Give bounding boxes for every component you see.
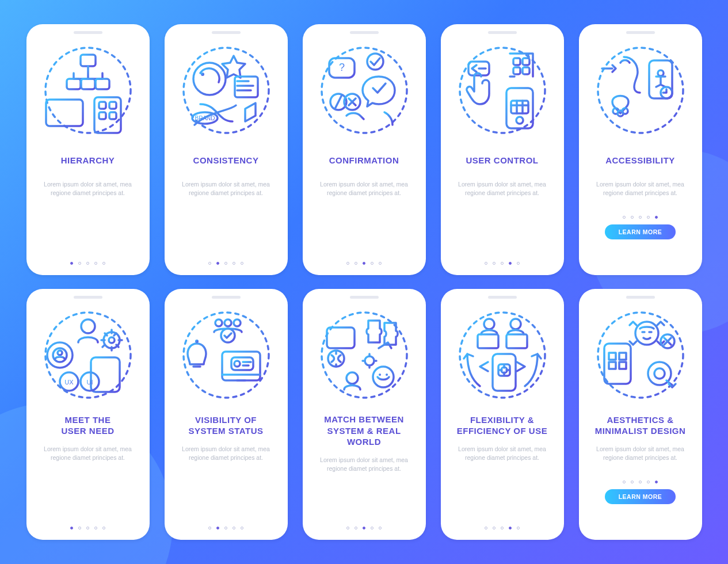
page-indicator bbox=[585, 208, 696, 219]
phone-notch bbox=[212, 31, 241, 34]
onboarding-card-0: HIERARCHY Lorem ipsum dolor sit amet, me… bbox=[26, 24, 150, 275]
page-dot[interactable] bbox=[639, 481, 642, 483]
page-dot[interactable] bbox=[517, 262, 520, 265]
card-title: MATCH BETWEEN SYSTEM & REAL WORLD bbox=[312, 414, 417, 448]
page-dot[interactable] bbox=[232, 262, 235, 265]
page-dot[interactable] bbox=[647, 216, 650, 219]
page-dot[interactable] bbox=[379, 527, 382, 529]
card-illustration bbox=[32, 303, 144, 407]
page-dot[interactable] bbox=[86, 527, 89, 529]
page-dot[interactable] bbox=[224, 527, 227, 529]
page-dot[interactable] bbox=[631, 481, 634, 483]
page-dot[interactable] bbox=[102, 262, 105, 265]
phone-notch bbox=[212, 296, 241, 299]
page-dot[interactable] bbox=[102, 527, 105, 529]
page-dot[interactable] bbox=[647, 481, 650, 483]
page-dot[interactable] bbox=[208, 262, 211, 265]
page-indicator bbox=[32, 254, 144, 265]
page-indicator bbox=[585, 472, 696, 483]
learn-more-button[interactable]: LEARN MORE bbox=[605, 224, 676, 239]
page-dot[interactable] bbox=[241, 262, 243, 265]
page-dot[interactable] bbox=[485, 527, 487, 529]
page-dot[interactable] bbox=[371, 527, 373, 529]
page-dot[interactable] bbox=[493, 262, 496, 265]
card-illustration bbox=[447, 39, 558, 142]
onboarding-card-9: AESTHETICS & MINIMALIST DESIGN Lorem ips… bbox=[579, 289, 702, 540]
page-indicator bbox=[447, 254, 558, 265]
page-dot[interactable] bbox=[493, 527, 496, 529]
card-description: Lorem ipsum dolor sit amet, mea regione … bbox=[455, 445, 550, 462]
page-dot[interactable] bbox=[70, 527, 73, 529]
onboarding-card-6: VISIBILITY OF SYSTEM STATUS Lorem ipsum … bbox=[165, 289, 288, 540]
phone-notch bbox=[350, 31, 379, 34]
page-indicator bbox=[170, 254, 282, 265]
onboarding-card-5: MEET THE USER NEED Lorem ipsum dolor sit… bbox=[26, 289, 150, 540]
page-dot[interactable] bbox=[241, 527, 243, 529]
page-dot[interactable] bbox=[94, 527, 97, 529]
card-illustration bbox=[447, 303, 558, 407]
page-dot[interactable] bbox=[86, 262, 89, 265]
phone-notch bbox=[626, 296, 655, 299]
onboarding-card-3: USER CONTROL Lorem ipsum dolor sit amet,… bbox=[441, 24, 564, 275]
page-dot[interactable] bbox=[363, 262, 365, 265]
card-illustration bbox=[170, 39, 282, 142]
phone-notch bbox=[74, 296, 102, 299]
page-dot[interactable] bbox=[631, 216, 634, 219]
page-dot[interactable] bbox=[232, 527, 235, 529]
page-dot[interactable] bbox=[224, 262, 227, 265]
page-dot[interactable] bbox=[509, 527, 512, 529]
card-description: Lorem ipsum dolor sit amet, mea regione … bbox=[40, 445, 136, 462]
page-dot[interactable] bbox=[355, 527, 357, 529]
learn-more-button[interactable]: LEARN MORE bbox=[605, 489, 676, 504]
page-dot[interactable] bbox=[363, 527, 365, 529]
onboarding-card-8: FLEXIBILITY & EFFICIENCY OF USE Lorem ip… bbox=[441, 289, 564, 540]
page-dot[interactable] bbox=[94, 262, 97, 265]
page-dot[interactable] bbox=[216, 262, 219, 265]
card-illustration bbox=[585, 39, 696, 142]
page-dot[interactable] bbox=[78, 527, 81, 529]
page-dot[interactable] bbox=[355, 262, 357, 265]
page-dot[interactable] bbox=[346, 262, 349, 265]
page-dot[interactable] bbox=[623, 216, 626, 219]
page-indicator bbox=[447, 519, 558, 529]
page-dot[interactable] bbox=[655, 481, 658, 483]
page-dot[interactable] bbox=[371, 262, 373, 265]
card-description: Lorem ipsum dolor sit amet, mea regione … bbox=[317, 456, 412, 473]
page-indicator bbox=[308, 519, 420, 529]
card-description: Lorem ipsum dolor sit amet, mea regione … bbox=[455, 180, 550, 197]
page-dot[interactable] bbox=[208, 527, 211, 529]
onboarding-card-2: CONFIRMATION Lorem ipsum dolor sit amet,… bbox=[303, 24, 426, 275]
page-dot[interactable] bbox=[485, 262, 487, 265]
page-dot[interactable] bbox=[623, 481, 626, 483]
page-dot[interactable] bbox=[346, 527, 349, 529]
card-description: Lorem ipsum dolor sit amet, mea regione … bbox=[40, 180, 136, 197]
page-dot[interactable] bbox=[639, 216, 642, 219]
page-dot[interactable] bbox=[78, 262, 81, 265]
page-indicator bbox=[308, 254, 420, 265]
page-dot[interactable] bbox=[379, 262, 382, 265]
phone-notch bbox=[350, 296, 379, 299]
page-dot[interactable] bbox=[70, 262, 73, 265]
page-dot[interactable] bbox=[509, 262, 512, 265]
card-illustration bbox=[585, 303, 696, 407]
onboarding-card-7: MATCH BETWEEN SYSTEM & REAL WORLD Lorem … bbox=[303, 289, 426, 540]
card-description: Lorem ipsum dolor sit amet, mea regione … bbox=[593, 180, 688, 197]
card-title: CONFIRMATION bbox=[312, 149, 417, 172]
card-illustration bbox=[308, 303, 420, 407]
card-title: MEET THE USER NEED bbox=[36, 414, 140, 437]
card-title: FLEXIBILITY & EFFICIENCY OF USE bbox=[450, 414, 555, 437]
onboarding-grid: HIERARCHY Lorem ipsum dolor sit amet, me… bbox=[26, 24, 702, 540]
phone-notch bbox=[488, 296, 517, 299]
phone-notch bbox=[488, 31, 517, 34]
page-dot[interactable] bbox=[501, 527, 504, 529]
page-dot[interactable] bbox=[517, 527, 520, 529]
page-indicator bbox=[170, 519, 282, 529]
card-title: HIERARCHY bbox=[36, 149, 140, 172]
page-indicator bbox=[32, 519, 144, 529]
card-illustration bbox=[32, 39, 144, 142]
page-dot[interactable] bbox=[655, 216, 658, 219]
card-title: VISIBILITY OF SYSTEM STATUS bbox=[174, 414, 279, 437]
page-dot[interactable] bbox=[501, 262, 504, 265]
phone-notch bbox=[74, 31, 102, 34]
page-dot[interactable] bbox=[216, 527, 219, 529]
